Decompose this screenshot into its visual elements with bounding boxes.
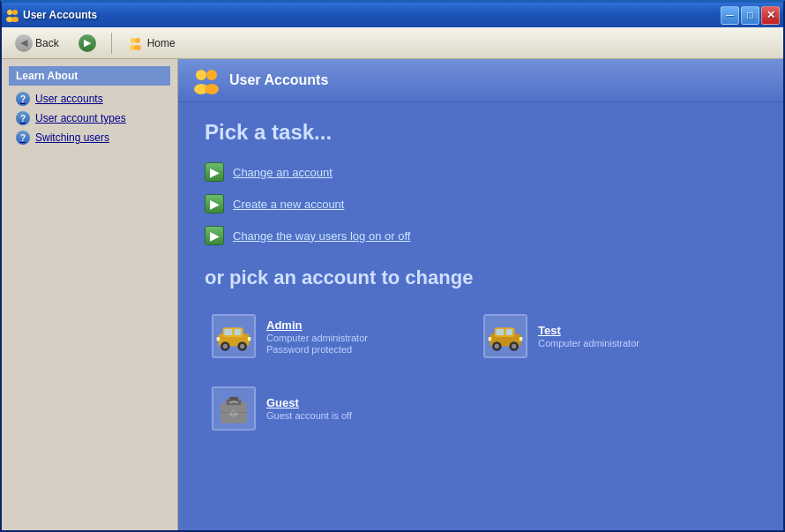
account-desc1-admin: Computer administrator <box>266 333 368 343</box>
account-name-guest: Guest <box>266 396 352 409</box>
svg-point-19 <box>240 344 244 348</box>
account-desc2-admin: Password protected <box>266 344 368 355</box>
svg-point-17 <box>223 344 228 348</box>
title-bar: User Accounts ─ □ ✕ <box>2 3 783 27</box>
account-item-admin[interactable]: Admin Computer administrator Password pr… <box>205 307 462 365</box>
toolbar-separator <box>111 33 112 54</box>
svg-point-29 <box>512 344 516 348</box>
svg-rect-24 <box>496 329 504 335</box>
svg-rect-31 <box>489 337 492 341</box>
or-pick-title: or pick an account to change <box>205 266 757 289</box>
sidebar-item-switching-users[interactable]: ? Switching users <box>9 128 170 147</box>
toolbar: ◀ Back ▶ Home <box>2 27 783 59</box>
svg-point-9 <box>206 70 217 80</box>
svg-point-8 <box>196 70 206 80</box>
svg-point-7 <box>134 45 141 50</box>
maximize-button[interactable]: □ <box>741 6 759 25</box>
svg-point-0 <box>7 10 12 15</box>
account-icon-test <box>483 314 527 358</box>
home-label: Home <box>147 37 176 49</box>
svg-rect-25 <box>506 329 512 335</box>
guest-icon <box>214 389 253 428</box>
right-panel: User Accounts Pick a task... ▶ Change an… <box>178 59 783 530</box>
home-icon <box>126 34 144 52</box>
window-icon <box>5 8 19 22</box>
svg-rect-21 <box>217 337 221 341</box>
svg-point-5 <box>135 38 140 43</box>
panel-header-title: User Accounts <box>229 72 328 88</box>
svg-rect-34 <box>229 397 239 401</box>
task-arrow-create: ▶ <box>205 194 224 214</box>
svg-rect-14 <box>224 329 232 335</box>
task-label-logon: Change the way users log on or off <box>233 229 410 243</box>
sidebar-label-switching-users: Switching users <box>35 131 109 144</box>
back-arrow-icon: ◀ <box>15 34 33 52</box>
account-item-test[interactable]: Test Computer administrator <box>476 307 734 365</box>
svg-point-27 <box>495 344 499 348</box>
account-name-admin: Admin <box>266 318 368 332</box>
task-label-change: Change an account <box>233 166 333 179</box>
svg-point-1 <box>12 10 18 15</box>
help-icon-user-accounts: ? <box>16 92 30 106</box>
account-desc1-guest: Guest account is off <box>266 410 352 421</box>
account-info-guest: Guest Guest account is off <box>266 396 352 421</box>
sidebar-label-user-accounts: User accounts <box>35 93 103 105</box>
title-bar-buttons: ─ □ ✕ <box>721 6 780 25</box>
pick-task-title: Pick a task... <box>205 120 757 145</box>
home-button[interactable]: Home <box>121 32 181 55</box>
sidebar-label-account-types: User account types <box>35 112 126 124</box>
svg-point-3 <box>11 17 19 22</box>
task-label-create: Create a new account <box>233 198 344 211</box>
panel-body: Pick a task... ▶ Change an account ▶ Cre… <box>178 102 783 530</box>
car-icon-test <box>486 317 525 356</box>
help-icon-account-types: ? <box>16 111 30 125</box>
svg-rect-30 <box>520 337 523 341</box>
back-label: Back <box>35 37 59 49</box>
account-icon-guest <box>212 386 256 431</box>
panel-header-icon <box>192 66 221 94</box>
main-content: Learn About ? User accounts ? User accou… <box>2 59 783 530</box>
car-icon-admin <box>214 317 253 356</box>
forward-button[interactable]: ▶ <box>72 31 102 56</box>
task-create-account[interactable]: ▶ Create a new account <box>205 194 757 214</box>
task-arrow-logon: ▶ <box>205 226 224 245</box>
account-icon-admin <box>212 314 256 358</box>
window-title: User Accounts <box>23 9 721 21</box>
minimize-button[interactable]: ─ <box>721 6 739 25</box>
sidebar: Learn About ? User accounts ? User accou… <box>2 59 178 530</box>
help-icon-switching-users: ? <box>16 131 30 145</box>
sidebar-item-user-accounts[interactable]: ? User accounts <box>9 89 170 109</box>
close-button[interactable]: ✕ <box>761 6 780 25</box>
task-change-account[interactable]: ▶ Change an account <box>205 162 757 182</box>
account-item-guest[interactable]: Guest Guest account is off <box>205 379 462 438</box>
window: User Accounts ─ □ ✕ ◀ Back ▶ Home <box>0 0 785 532</box>
panel-header: User Accounts <box>178 59 783 102</box>
account-name-test: Test <box>538 324 639 337</box>
account-info-admin: Admin Computer administrator Password pr… <box>266 318 368 355</box>
accounts-grid: Admin Computer administrator Password pr… <box>205 307 734 438</box>
task-logon-options[interactable]: ▶ Change the way users log on or off <box>205 226 757 245</box>
svg-rect-20 <box>248 337 251 341</box>
forward-arrow-icon: ▶ <box>78 34 96 52</box>
task-arrow-change: ▶ <box>205 162 224 182</box>
svg-point-11 <box>205 84 219 94</box>
sidebar-section-title: Learn About <box>9 66 170 86</box>
sidebar-item-account-types[interactable]: ? User account types <box>9 109 170 128</box>
back-button[interactable]: ◀ Back <box>9 31 65 56</box>
account-info-test: Test Computer administrator <box>538 324 639 348</box>
svg-rect-15 <box>235 329 241 335</box>
svg-rect-36 <box>232 410 236 417</box>
account-desc1-test: Computer administrator <box>538 338 639 348</box>
